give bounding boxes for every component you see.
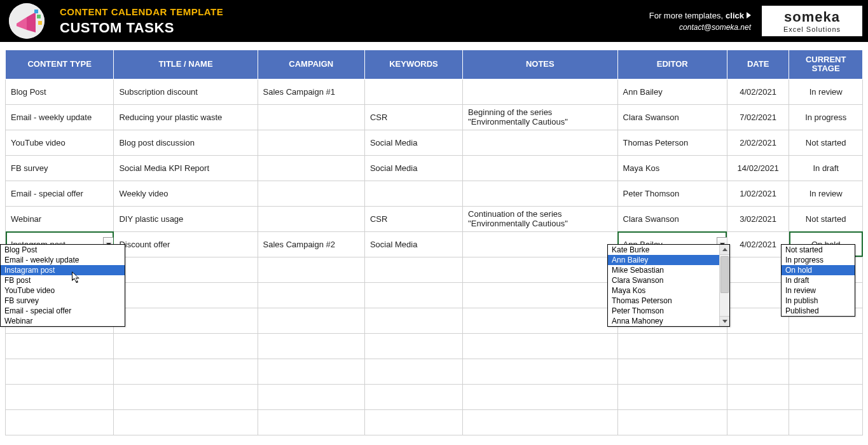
cell[interactable]: Beginning of the series "Environmentally…	[463, 104, 617, 130]
cell[interactable]: CSR	[364, 104, 462, 130]
dropdown-item[interactable]: Not started	[782, 245, 855, 255]
dropdown-item[interactable]: In progress	[782, 255, 855, 265]
dropdown-item[interactable]: Instagram post	[1, 265, 125, 275]
dropdown-item[interactable]: In publish	[782, 296, 855, 306]
stage-dropdown[interactable]: Not startedIn progressOn holdIn draftIn …	[781, 244, 855, 317]
cell[interactable]	[258, 104, 364, 130]
cell[interactable]	[114, 282, 258, 308]
scroll-up-icon[interactable]	[720, 245, 729, 255]
cell[interactable]: 2/02/2021	[727, 130, 789, 155]
cell[interactable]: Clara Swanson	[617, 104, 727, 130]
cell[interactable]	[727, 282, 789, 308]
cell[interactable]	[6, 333, 114, 359]
cell[interactable]	[617, 384, 727, 409]
cell[interactable]: Blog Post	[6, 79, 114, 104]
cell[interactable]	[6, 409, 114, 435]
col-title[interactable]: TITLE / NAME	[114, 50, 258, 79]
dropdown-item[interactable]: In review	[782, 285, 855, 296]
cell[interactable]: Peter Thomson	[617, 181, 727, 206]
cell[interactable]: Webinar	[6, 206, 114, 231]
cell[interactable]	[6, 359, 114, 384]
cell[interactable]	[789, 384, 863, 409]
dropdown-item[interactable]: Kate Burke	[608, 245, 719, 255]
cell[interactable]	[727, 409, 789, 435]
cell[interactable]: Reducing your plastic waste	[114, 104, 258, 130]
cell[interactable]: In draft	[789, 155, 863, 181]
cell[interactable]: Sales Campaign #1	[258, 79, 364, 104]
dropdown-item[interactable]: Webinar	[1, 316, 125, 326]
cell[interactable]	[258, 282, 364, 308]
scroll-thumb[interactable]	[720, 256, 729, 293]
dropdown-item[interactable]: FB survey	[1, 296, 125, 306]
cell[interactable]	[727, 257, 789, 282]
cell[interactable]	[258, 155, 364, 181]
cell[interactable]: Discount offer	[114, 231, 258, 257]
dropdown-item[interactable]: On hold	[782, 265, 855, 275]
cell[interactable]: Sales Campaign #2	[258, 231, 364, 257]
cell[interactable]	[364, 308, 462, 333]
cell[interactable]	[727, 359, 789, 384]
cell[interactable]	[258, 308, 364, 333]
cell[interactable]	[258, 384, 364, 409]
cell[interactable]: Ann Bailey	[617, 79, 727, 104]
dropdown-item[interactable]: Clara Swanson	[608, 275, 719, 285]
cell[interactable]: Not started	[789, 130, 863, 155]
cell[interactable]: Blog post discussion	[114, 130, 258, 155]
cell[interactable]	[789, 359, 863, 384]
cell[interactable]: 3/02/2021	[727, 206, 789, 231]
cell[interactable]	[463, 384, 617, 409]
cell[interactable]: CSR	[364, 206, 462, 231]
cell[interactable]: YouTube video	[6, 130, 114, 155]
cell[interactable]	[114, 409, 258, 435]
dropdown-item[interactable]: In draft	[782, 275, 855, 285]
cell[interactable]: Email - weekly update	[6, 104, 114, 130]
cell[interactable]	[789, 333, 863, 359]
cell[interactable]	[617, 409, 727, 435]
dropdown-item[interactable]: Anna Mahoney	[608, 316, 719, 326]
cell[interactable]: Social Media	[364, 130, 462, 155]
scroll-track[interactable]	[720, 255, 729, 316]
cell[interactable]: Weekly video	[114, 181, 258, 206]
dropdown-item[interactable]: Blog Post	[1, 245, 125, 255]
cell[interactable]	[463, 359, 617, 384]
dropdown-item[interactable]: Maya Kos	[608, 285, 719, 296]
cell[interactable]: Not started	[789, 206, 863, 231]
cell[interactable]: In review	[789, 79, 863, 104]
cell[interactable]: 1/02/2021	[727, 181, 789, 206]
cell[interactable]	[617, 359, 727, 384]
dropdown-item[interactable]: YouTube video	[1, 285, 125, 296]
cell[interactable]	[258, 206, 364, 231]
cell[interactable]	[463, 231, 617, 257]
col-notes[interactable]: NOTES	[463, 50, 617, 79]
dropdown-item[interactable]: Email - special offer	[1, 306, 125, 316]
cell[interactable]	[258, 359, 364, 384]
cell[interactable]: Social Media	[364, 231, 462, 257]
cell[interactable]	[6, 384, 114, 409]
cell[interactable]	[364, 359, 462, 384]
cell[interactable]	[114, 384, 258, 409]
col-campaign[interactable]: CAMPAIGN	[258, 50, 364, 79]
cell[interactable]: DIY plastic usage	[114, 206, 258, 231]
cell[interactable]	[258, 130, 364, 155]
cell[interactable]	[789, 409, 863, 435]
cell[interactable]	[617, 333, 727, 359]
cell[interactable]: 4/02/2021	[727, 231, 789, 257]
cell[interactable]: In review	[789, 181, 863, 206]
scroll-down-icon[interactable]	[720, 316, 729, 326]
cell[interactable]: Email - special offer	[6, 181, 114, 206]
cell[interactable]	[364, 409, 462, 435]
cell[interactable]	[364, 384, 462, 409]
col-content-type[interactable]: CONTENT TYPE	[6, 50, 114, 79]
cell[interactable]	[727, 308, 789, 333]
dropdown-item[interactable]: Thomas Peterson	[608, 296, 719, 306]
cell[interactable]	[463, 79, 617, 104]
col-date[interactable]: DATE	[727, 50, 789, 79]
cell[interactable]: In progress	[789, 104, 863, 130]
dropdown-item[interactable]: Peter Thomson	[608, 306, 719, 316]
cell[interactable]	[364, 181, 462, 206]
col-keywords[interactable]: KEYWORDS	[364, 50, 462, 79]
cell[interactable]	[364, 282, 462, 308]
cell[interactable]	[727, 333, 789, 359]
cell[interactable]	[727, 384, 789, 409]
cell[interactable]: Continuation of the series "Environmenta…	[463, 206, 617, 231]
